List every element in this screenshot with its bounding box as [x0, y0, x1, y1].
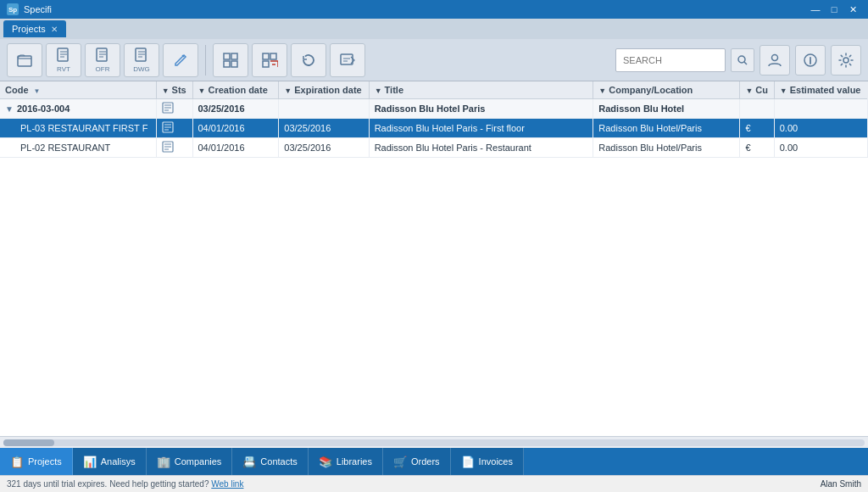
libraries-tab-icon: 📚 — [319, 456, 332, 468]
projects-tab-label: Projects — [28, 456, 62, 467]
expand-icon[interactable]: ▼ — [5, 104, 14, 114]
cell-currency: € — [740, 138, 774, 158]
col-title[interactable]: ▼ Title — [369, 81, 593, 99]
tab-projects[interactable]: 📋 Projects — [0, 448, 73, 475]
tab-libraries[interactable]: 📚 Libraries — [309, 448, 383, 475]
col-creation[interactable]: ▼ Creation date — [192, 81, 279, 99]
expand-icon — [222, 52, 239, 69]
table-scroll[interactable]: Code ▼ ▼ Sts ▼ Creation date ▼ Expiratio… — [0, 81, 868, 436]
cell-value — [774, 99, 867, 119]
tab-companies[interactable]: 🏢 Companies — [147, 448, 233, 475]
web-link[interactable]: Web link — [211, 479, 243, 489]
cell-expiration — [279, 99, 369, 119]
maximize-button[interactable]: □ — [826, 3, 843, 16]
col-currency[interactable]: ▼ Cu — [740, 81, 774, 99]
ofr-icon — [94, 47, 111, 64]
expand-all-button[interactable] — [213, 43, 248, 77]
collapse-all-button[interactable] — [252, 43, 287, 77]
refresh-button[interactable] — [291, 43, 326, 77]
cell-status — [156, 138, 192, 158]
table-row[interactable]: ▼2016-03-004 03/25/2016 Radisson Blu Hot… — [0, 99, 868, 119]
search-area — [615, 45, 861, 75]
table-row[interactable]: PL-03 RESTAURANT FIRST F 04/01/2016 03/2… — [0, 119, 868, 138]
tab-analysis[interactable]: 📊 Analisys — [73, 448, 147, 475]
col-status[interactable]: ▼ Sts — [156, 81, 192, 99]
analysis-tab-icon: 📊 — [83, 456, 97, 468]
projects-table: Code ▼ ▼ Sts ▼ Creation date ▼ Expiratio… — [0, 81, 868, 158]
minimize-button[interactable]: — — [807, 3, 824, 16]
cell-value: 0.00 — [774, 138, 867, 158]
rvt-button[interactable]: RVT — [46, 43, 81, 77]
edit-button[interactable] — [163, 43, 198, 77]
col-code[interactable]: Code ▼ — [0, 81, 156, 99]
app-title: Specifi — [24, 4, 52, 14]
doc-icon — [162, 141, 175, 153]
svg-rect-10 — [263, 61, 269, 67]
table-row[interactable]: PL-02 RESTAURANT 04/01/2016 03/25/2016 R… — [0, 138, 868, 158]
dwg-button[interactable]: DWG — [124, 43, 159, 77]
cell-expiration: 03/25/2016 — [279, 119, 369, 138]
svg-rect-7 — [231, 61, 237, 67]
doc-icon — [162, 102, 175, 114]
tab-label: Projects — [12, 24, 46, 34]
separator-1 — [205, 45, 206, 75]
new-folder-button[interactable] — [7, 43, 42, 77]
cell-currency — [740, 99, 774, 119]
ofr-button[interactable]: OFR — [85, 43, 120, 77]
libraries-tab-label: Libraries — [337, 456, 372, 467]
bottom-nav: 📋 Projects 📊 Analisys 🏢 Companies 📇 Cont… — [0, 448, 868, 475]
cell-code: PL-03 RESTAURANT FIRST F — [0, 119, 156, 138]
cell-code: PL-02 RESTAURANT — [0, 138, 156, 158]
svg-rect-6 — [224, 61, 230, 67]
horizontal-scrollbar[interactable] — [0, 436, 868, 448]
status-bar: 321 days until trial expires. Need help … — [0, 475, 868, 492]
invoices-tab-label: Invoices — [479, 456, 513, 467]
search-input[interactable] — [615, 48, 726, 72]
close-button[interactable]: ✕ — [844, 3, 861, 16]
export-button[interactable] — [330, 43, 365, 77]
col-expiration[interactable]: ▼ Expiration date — [279, 81, 369, 99]
col-company[interactable]: ▼ Company/Location — [593, 81, 740, 99]
edit-icon — [172, 52, 189, 69]
cell-company: Radisson Blu Hotel/Paris — [593, 138, 740, 158]
companies-tab-label: Companies — [175, 456, 222, 467]
settings-button[interactable] — [831, 45, 861, 75]
cell-company: Radisson Blu Hotel/Paris — [593, 119, 740, 138]
sort-code-icon: ▼ — [34, 87, 41, 95]
tab-invoices[interactable]: 📄 Invoices — [451, 448, 524, 475]
cell-creation: 04/01/2016 — [192, 119, 279, 138]
svg-rect-9 — [270, 53, 276, 59]
svg-point-12 — [738, 56, 745, 63]
folder-icon — [16, 52, 33, 69]
cell-title: Radisson Blu Hotel Paris - Restaurant — [369, 138, 593, 158]
col-estimated[interactable]: ▼ Estimated value — [774, 81, 867, 99]
tab-close-btn[interactable]: ✕ — [51, 25, 58, 34]
contacts-tab-icon: 📇 — [242, 456, 256, 468]
info-icon — [803, 53, 818, 68]
contacts-tab-label: Contacts — [260, 456, 297, 467]
cell-status — [156, 99, 192, 119]
gear-icon — [838, 53, 854, 68]
orders-tab-label: Orders — [411, 456, 440, 467]
doc-icon — [162, 121, 175, 133]
collapse-icon — [261, 52, 278, 69]
tab-orders[interactable]: 🛒 Orders — [383, 448, 451, 475]
projects-tab[interactable]: Projects ✕ — [3, 20, 66, 37]
cell-expiration: 03/25/2016 — [279, 138, 369, 158]
user-button[interactable] — [760, 45, 790, 75]
invoices-tab-icon: 📄 — [461, 456, 475, 468]
search-button[interactable] — [731, 48, 754, 72]
rvt-icon — [55, 47, 72, 64]
tab-contacts[interactable]: 📇 Contacts — [232, 448, 308, 475]
search-icon — [737, 54, 748, 66]
projects-tab-icon: 📋 — [10, 456, 24, 468]
orders-tab-icon: 🛒 — [393, 456, 407, 468]
dwg-icon — [133, 47, 150, 64]
tab-bar: Projects ✕ — [0, 19, 868, 39]
cell-creation: 04/01/2016 — [192, 138, 279, 158]
main-content: Code ▼ ▼ Sts ▼ Creation date ▼ Expiratio… — [0, 81, 868, 448]
info-button[interactable] — [795, 45, 826, 75]
cell-status — [156, 119, 192, 138]
status-message: 321 days until trial expires. Need help … — [7, 479, 243, 489]
window-controls: — □ ✕ — [807, 3, 861, 16]
